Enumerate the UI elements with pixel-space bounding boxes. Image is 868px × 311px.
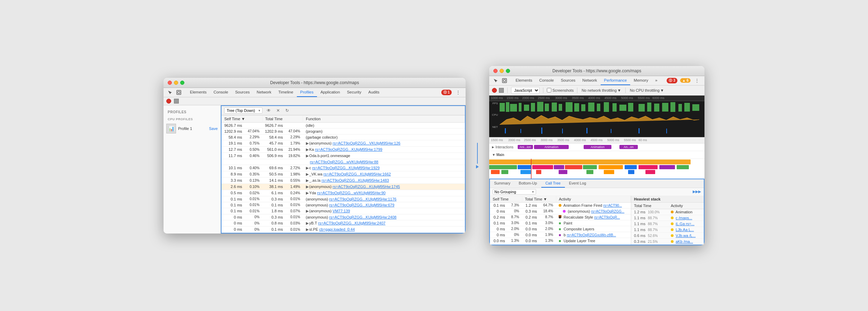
hs-th-total-time[interactable]: Total Time <box>631 203 668 209</box>
tab-elements[interactable]: Elements <box>186 88 210 97</box>
interactions-label: Interactions <box>495 145 514 149</box>
close-button[interactable] <box>168 81 172 85</box>
right-close-button[interactable] <box>493 69 498 73</box>
tab-bottom-up[interactable]: Bottom-Up <box>515 179 541 188</box>
svg-rect-39 <box>489 159 691 164</box>
minimize-button[interactable] <box>174 81 178 85</box>
tab-timeline[interactable]: Timeline <box>275 88 297 97</box>
hs-activity-link[interactable]: iL.Ga rs=... <box>676 222 694 226</box>
activity-label: Paint <box>564 221 572 225</box>
maximize-button[interactable] <box>180 81 184 85</box>
screenshots-label[interactable]: Screenshots <box>547 88 574 92</box>
th-self-time[interactable]: Self Time ▼ <box>222 115 262 123</box>
network-throttle-button[interactable]: No network throttling ▼ <box>581 88 622 92</box>
cpu-throttle-chevron: ▼ <box>660 88 664 92</box>
cpu-throttle-button[interactable]: No CPU throttling ▼ <box>629 88 665 92</box>
refresh-icon[interactable]: ↻ <box>284 107 290 114</box>
tab-console[interactable]: Console <box>210 88 232 97</box>
activity-link[interactable]: rs=ACT9oOqRZGG... <box>591 210 624 213</box>
interactions-collapse[interactable]: ▶ <box>492 146 494 149</box>
hs-th-activity[interactable]: Activity <box>668 203 704 209</box>
table-row: 2.6 ms0.10% 38.1 ms1.49% ▶(anonymous) rs… <box>222 183 465 190</box>
func-link[interactable]: rs=ACT9oOqRZGG...KUlgM95Hw:1483 <box>322 178 389 182</box>
profiler-panel: Tree (Top Down) Bottom Up Chart 👁 ✕ ↻ Se… <box>221 105 466 234</box>
save-link[interactable]: Save <box>209 126 218 131</box>
perf-record-button[interactable] <box>492 88 497 93</box>
right-tab-sources[interactable]: Sources <box>557 76 579 85</box>
func-link[interactable]: rs=ACT9oOqRZGG...VKUlgM95Hw:126 <box>333 141 400 145</box>
func-link[interactable]: rs=ACT9oOqRZGG...KUlgM95Hw:1662 <box>324 172 391 176</box>
tab-application[interactable]: Application <box>317 88 343 97</box>
more-options-icon[interactable]: ⋮ <box>454 89 461 96</box>
hs-activity-link[interactable]: aKb /ma... <box>676 239 693 244</box>
tree-select-wrapper[interactable]: Tree (Top Down) Bottom Up Chart <box>224 107 262 114</box>
func-link[interactable]: rs=ACT9oOqRZGG...wVKUlgM95Hw:90 <box>317 191 385 195</box>
tab-security[interactable]: Security <box>343 88 365 97</box>
profile-1-item[interactable]: 📊 Profile 1 Save <box>164 122 220 135</box>
func-link[interactable]: rs=ACT9oOqRZGG...wVKUlgM95Hw:88 <box>310 160 378 164</box>
table-row: 0.1 ms0.01% 0.3 ms0.01% (anonymous) rs=A… <box>222 196 465 202</box>
ct-th-activity[interactable]: Activity <box>556 196 631 203</box>
hs-activity-link[interactable]: VJb.wa /L... <box>676 234 695 238</box>
right-maximize-button[interactable] <box>506 69 510 73</box>
tab-sources[interactable]: Sources <box>232 88 253 97</box>
func-link[interactable]: rs=ACT9oOqRZGG...KUlgM95Hw:1929 <box>312 166 379 170</box>
func-link[interactable]: cb=gapi.loaded_0:44 <box>319 227 354 231</box>
right-tab-memory[interactable]: Memory <box>630 76 652 85</box>
tab-audits[interactable]: Audits <box>365 88 383 97</box>
hs-activity-link[interactable]: c /maps... <box>676 216 692 220</box>
right-tab-performance[interactable]: Performance <box>601 76 631 85</box>
right-tab-elements[interactable]: Elements <box>512 76 536 85</box>
tab-call-tree[interactable]: Call Tree <box>541 179 565 188</box>
svg-rect-11 <box>545 104 549 111</box>
hs-activity-link[interactable]: LJb.Aa L... <box>676 228 694 232</box>
activity-link[interactable]: rs=ACT9oOqRZGGxuWo-z8B... <box>567 233 616 237</box>
activity-link[interactable]: rs=ACT9oOqR... <box>594 215 620 219</box>
th-total-time[interactable]: Total Time <box>262 115 303 123</box>
svg-rect-5 <box>506 102 509 112</box>
tab-network[interactable]: Network <box>253 88 275 97</box>
tab-event-log[interactable]: Event Log <box>565 179 591 188</box>
right-more-options-icon[interactable]: ⋮ <box>693 77 700 84</box>
svg-rect-37 <box>639 128 640 133</box>
inspect-icon[interactable] <box>175 89 182 96</box>
right-tab-more[interactable]: » <box>652 76 661 85</box>
right-cursor-icon[interactable] <box>492 77 499 84</box>
heaviest-stack-header: Heaviest stack <box>631 196 704 203</box>
screenshots-checkbox[interactable] <box>547 88 551 92</box>
right-tab-network[interactable]: Network <box>579 76 600 85</box>
activity-link[interactable]: rs=ACT90... <box>603 204 622 207</box>
ruler-3500: 3500 ms <box>572 96 584 100</box>
grouping-select[interactable]: No Grouping Group by domain Group by sub… <box>493 189 536 195</box>
right-nav-toolbar: Elements Console Sources Network Perform… <box>489 76 704 85</box>
func-link[interactable]: rs=ACT9oOqRZGG...KUlgM95Hw:2407 <box>318 221 385 225</box>
tab-profiles[interactable]: Profiles <box>297 88 317 97</box>
th-function[interactable]: Function <box>303 115 465 123</box>
stop-button[interactable] <box>174 99 179 104</box>
timeline-area: 1000 ms 1500 ms 2000 ms 2500 ms 3000 ms … <box>489 96 704 137</box>
grouping-select-wrapper[interactable]: No Grouping Group by domain Group by sub… <box>493 189 536 195</box>
perf-stop-button[interactable] <box>499 88 504 93</box>
func-link[interactable]: rs=ACT9oOqRZGG...KUlgM95Hw:1745 <box>333 185 400 189</box>
right-minimize-button[interactable] <box>500 69 504 73</box>
func-link[interactable]: rs=ACT9oOqRZGG...KUlgM95Hw:1799 <box>315 147 382 152</box>
func-link[interactable]: VM77:139 <box>333 209 350 213</box>
record-button[interactable] <box>166 99 171 104</box>
main-label[interactable]: ▼ Main <box>492 153 504 157</box>
right-inspect-icon[interactable] <box>501 77 508 84</box>
cursor-icon[interactable] <box>166 89 173 96</box>
func-link[interactable]: rs=ACT9oOqRZGG...KUlgM95Hw:2408 <box>329 215 397 219</box>
func-link[interactable]: rs=ACT9oOqRZGG...KUlgM95Hw:679 <box>329 203 394 207</box>
ct-th-total-time[interactable]: Total Time ▼ <box>522 196 556 203</box>
js-select[interactable]: JavaScript <box>511 87 540 94</box>
right-tab-console[interactable]: Console <box>536 76 557 85</box>
eye-icon[interactable]: 👁 <box>265 107 272 114</box>
clear-icon[interactable]: ✕ <box>275 107 281 114</box>
svg-rect-59 <box>645 170 655 174</box>
svg-rect-22 <box>628 103 633 112</box>
tree-select[interactable]: Tree (Top Down) Bottom Up Chart <box>224 107 262 114</box>
js-select-wrapper[interactable]: JavaScript <box>511 87 540 94</box>
ct-th-self-time[interactable]: Self Time <box>490 196 522 203</box>
func-link[interactable]: rs=ACT9oOqRZGG...KUlgM95Hw:1176 <box>329 197 397 201</box>
tab-summary[interactable]: Summary <box>490 179 515 188</box>
